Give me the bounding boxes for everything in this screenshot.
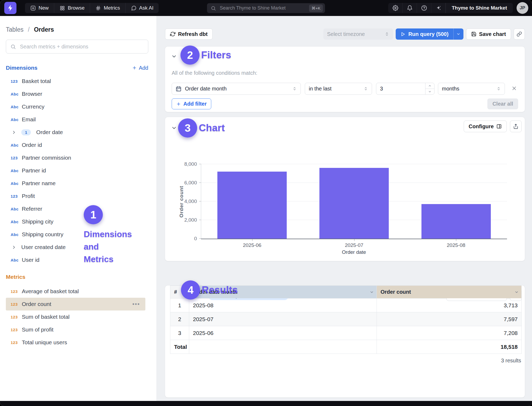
- refresh-dbt-button[interactable]: Refresh dbt: [165, 28, 213, 40]
- filter-unit-select[interactable]: months: [438, 83, 505, 95]
- table-row[interactable]: 22025-077,597: [170, 312, 522, 326]
- fields-search[interactable]: [6, 40, 148, 53]
- field-label: Shipping city: [22, 218, 53, 225]
- field-item-sum-of-profit[interactable]: 123Sum of profit: [0, 323, 157, 336]
- field-item-profit[interactable]: 123Profit: [0, 190, 157, 202]
- plus-icon: [132, 65, 137, 70]
- stepper-up-button[interactable]: [425, 83, 434, 89]
- export-chart-button[interactable]: [510, 121, 522, 132]
- add-dimension-button[interactable]: Add: [132, 65, 148, 71]
- primary-nav: NewBrowseMetricsAsk AI: [25, 3, 159, 13]
- y-axis-tick-label: 0: [194, 236, 197, 242]
- run-query-button[interactable]: Run query (500): [396, 28, 453, 40]
- cell-order-date-month[interactable]: 2025-06: [189, 326, 377, 340]
- cell-order-count[interactable]: 3,713: [377, 299, 522, 312]
- global-search-input[interactable]: [219, 5, 309, 11]
- cell-order-count[interactable]: 7,208: [377, 326, 522, 340]
- bell-button[interactable]: [403, 3, 417, 13]
- column-header-order-count[interactable]: Order count: [377, 286, 522, 299]
- filter-operator-select[interactable]: in the last: [305, 83, 372, 95]
- collapse-filters-chevron-icon[interactable]: [171, 53, 177, 59]
- help-button[interactable]: [417, 3, 431, 13]
- chevrons-up-down-icon: [496, 86, 501, 91]
- window-bottom-edge: [0, 401, 532, 406]
- share-link-button[interactable]: [514, 28, 525, 40]
- column-header-order-date-month[interactable]: Order date month: [189, 286, 377, 299]
- close-icon: [511, 85, 517, 91]
- filter-field-select[interactable]: Order date month: [172, 83, 301, 95]
- field-item-total-unique-users[interactable]: 123Total unique users: [0, 336, 157, 349]
- play-icon: [400, 32, 406, 37]
- field-item-average-of-basket-total[interactable]: 123Average of basket total: [0, 285, 157, 298]
- field-item-partner-id[interactable]: AbcPartner id: [0, 164, 157, 177]
- nav-item-metrics[interactable]: Metrics: [90, 3, 125, 13]
- field-item-order-count[interactable]: 123Order count•••: [6, 298, 145, 310]
- org-switcher[interactable]: Thyme to Shine Market: [446, 3, 513, 13]
- field-item-shipping-city[interactable]: AbcShipping city: [0, 215, 157, 228]
- remove-filter-button[interactable]: [511, 85, 518, 92]
- field-item-order-date[interactable]: 1Order date: [0, 126, 157, 139]
- chevron-right-icon[interactable]: [11, 245, 16, 250]
- sparkles-button[interactable]: [431, 3, 446, 13]
- filters-card: 2 Filters All of the following condition…: [165, 47, 525, 112]
- table-row[interactable]: 12025-083,713: [170, 299, 522, 312]
- stepper-down-button[interactable]: [425, 89, 434, 94]
- timezone-select[interactable]: Select timezone: [323, 28, 393, 40]
- abc-icon: Abc: [11, 219, 22, 224]
- chart-y-axis-label: Order count: [179, 186, 184, 218]
- x-axis-tick: [252, 239, 252, 241]
- add-filter-button[interactable]: Add filter: [172, 98, 211, 109]
- field-label: Order count: [22, 301, 51, 307]
- chevron-right-icon[interactable]: [11, 130, 16, 135]
- cell-order-count[interactable]: 7,597: [377, 312, 522, 326]
- clear-all-filters-button[interactable]: Clear all: [487, 98, 518, 109]
- run-query-options-button[interactable]: [453, 28, 463, 40]
- bar-2025-06[interactable]: [217, 172, 287, 239]
- y-axis-tick: [199, 220, 201, 220]
- avatar[interactable]: JP: [517, 2, 528, 14]
- chevron-down-icon: [428, 90, 432, 93]
- chevron-down-icon[interactable]: [514, 290, 519, 294]
- field-item-browser[interactable]: AbcBrowser: [0, 88, 157, 100]
- field-item-currency[interactable]: AbcCurrency: [0, 100, 157, 113]
- fields-search-input[interactable]: [19, 43, 144, 50]
- field-label: Basket total: [22, 78, 51, 84]
- lightning-logo-icon[interactable]: [4, 2, 16, 14]
- number-123-icon: 123: [11, 340, 22, 345]
- table-row[interactable]: 32025-067,208: [170, 326, 522, 340]
- global-search[interactable]: ⌘+K: [207, 3, 325, 13]
- field-label: Partner commission: [22, 155, 71, 161]
- metrics-list: 123Average of basket total123Order count…: [0, 285, 157, 349]
- field-item-partner-name[interactable]: AbcPartner name: [0, 177, 157, 190]
- field-item-shipping-country[interactable]: AbcShipping country: [0, 228, 157, 241]
- configure-chart-button[interactable]: Configure: [464, 121, 507, 132]
- nav-item-browse[interactable]: Browse: [54, 3, 90, 13]
- field-item-referrer[interactable]: AbcReferrer: [0, 202, 157, 215]
- save-icon: [471, 31, 476, 37]
- field-item-user-created-date[interactable]: User created date: [0, 241, 157, 254]
- cell-order-date-month[interactable]: 2025-08: [189, 299, 377, 312]
- nav-item-new[interactable]: New: [25, 3, 54, 13]
- cell-order-date-month[interactable]: 2025-07: [189, 312, 377, 326]
- field-item-order-id[interactable]: AbcOrder id: [0, 139, 157, 151]
- gear-button[interactable]: [388, 3, 403, 13]
- breadcrumb-tables-link[interactable]: Tables: [6, 26, 23, 33]
- chevron-down-icon[interactable]: [370, 290, 374, 294]
- chevrons-up-down-icon: [364, 86, 368, 91]
- chart-card: 3 Chart Configure 02,0004,0006,0008,0002…: [165, 117, 525, 261]
- bar-2025-08[interactable]: [421, 204, 491, 239]
- collapse-chart-chevron-icon[interactable]: [171, 125, 177, 131]
- nav-item-ask-ai[interactable]: Ask AI: [126, 3, 159, 13]
- search-shortcut-badge: ⌘+K: [309, 5, 323, 12]
- abc-icon: Abc: [11, 207, 22, 211]
- field-menu-icon[interactable]: •••: [132, 303, 140, 305]
- field-item-user-id[interactable]: AbcUser id: [0, 254, 157, 266]
- field-label: User created date: [21, 244, 66, 250]
- save-chart-button[interactable]: Save chart: [466, 28, 511, 40]
- field-item-sum-of-basket-total[interactable]: 123Sum of basket total: [0, 310, 157, 323]
- field-item-email[interactable]: AbcEmail: [0, 113, 157, 126]
- field-item-basket-total[interactable]: 123Basket total: [0, 75, 157, 88]
- filter-value-input[interactable]: [376, 85, 425, 92]
- field-item-partner-commission[interactable]: 123Partner commission: [0, 151, 157, 164]
- bar-2025-07[interactable]: [319, 168, 389, 239]
